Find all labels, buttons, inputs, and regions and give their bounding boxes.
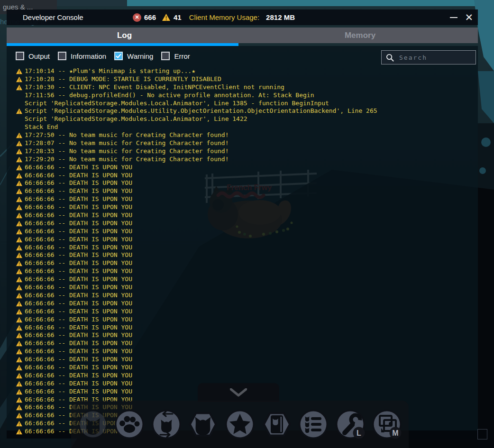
log-text: 17:28:07 -- No team music for Creating C… [25,139,229,146]
log-entry[interactable]: 66:66:66 -- DEATH IS UPON YOU [7,283,478,292]
status-badges: ✕ 666 41 Client Memory Usage: 2812 MB [133,9,295,25]
log-entry[interactable]: 66:66:66 -- DEATH IS UPON YOU [7,259,478,267]
warning-icon [16,381,23,387]
log-entry[interactable]: 17:11:56 -- debug.profileEnd() - No acti… [7,91,478,100]
paw-button[interactable] [114,409,145,439]
console-titlebar[interactable]: Developer Console ✕ 666 41 Client Memory… [7,9,478,25]
window-minimize-button[interactable] [449,13,458,22]
search-box[interactable] [381,50,476,64]
log-entry[interactable]: 17:10:28 -- DEBUG MODE: STARTLE IS CURRE… [7,75,478,83]
search-icon [386,54,394,62]
window-close-button[interactable]: ✕ [465,13,473,22]
warning-icon [16,389,23,395]
windows-button[interactable]: M [372,409,402,439]
checkbox-output[interactable] [16,52,24,60]
log-entry[interactable]: 66:66:66 -- DEATH IS UPON YOU [7,251,478,259]
log-entry[interactable]: 66:66:66 -- DEATH IS UPON YOU [7,364,478,372]
warning-icon [16,332,23,338]
filter-label: Error [174,52,190,60]
log-entry[interactable]: 66:66:66 -- DEATH IS UPON YOU [7,324,478,332]
window-title: Developer Console [23,13,83,21]
log-text: 66:66:66 -- DEATH IS UPON YOU [25,388,132,395]
log-entry[interactable]: 66:66:66 -- DEATH IS UPON YOU [7,316,478,324]
log-entry[interactable]: 66:66:66 -- DEATH IS UPON YOU [7,292,478,300]
log-text: 66:66:66 -- DEATH IS UPON YOU [25,316,132,323]
log-text: Script 'ReplicatedStorage.Modules.Utilit… [25,107,377,114]
log-entry[interactable]: 66:66:66 -- DEATH IS UPON YOU [7,172,478,180]
log-text: 66:66:66 -- DEATH IS UPON YOU [25,244,132,251]
log-text: 66:66:66 -- DEATH IS UPON YOU [25,228,132,235]
filter-output[interactable]: Output [16,52,50,60]
log-entry[interactable]: 66:66:66 -- DEATH IS UPON YOU [7,195,478,203]
log-text: 66:66:66 -- DEATH IS UPON YOU [25,251,132,258]
journal-button[interactable] [262,409,292,439]
filter-warning[interactable]: Warning [114,52,153,60]
search-input[interactable] [398,54,471,62]
warning-icon [16,140,23,146]
log-text: 66:66:66 -- DEATH IS UPON YOU [25,236,132,243]
log-entry[interactable]: 66:66:66 -- DEATH IS UPON YOU [7,372,478,380]
warning-icon [16,357,23,363]
warning-icon [16,412,23,419]
log-entry[interactable]: 17:10:14 -- ★Plum's Minimap is starting … [7,67,478,75]
checkbox-warning[interactable] [114,52,123,60]
tasks-button[interactable] [298,409,329,439]
log-entry[interactable]: 17:28:33 -- No team music for Creating C… [7,147,478,155]
log-entry[interactable]: 66:66:66 -- DEATH IS UPON YOU [7,219,478,228]
log-entry[interactable]: 17:27:50 -- No team music for Creating C… [7,131,478,139]
filter-information[interactable]: Information [58,52,106,60]
hotbar-collapse-button[interactable] [198,383,279,402]
resize-grip[interactable] [477,429,487,439]
log-entry[interactable]: Script 'ReplicatedStorage.Modules.Utilit… [7,107,478,115]
log-entry[interactable]: 66:66:66 -- DEATH IS UPON YOU [7,308,478,316]
log-text: 66:66:66 -- DEATH IS UPON YOU [25,308,132,315]
character-switch-button[interactable] [151,409,182,439]
log-text: 66:66:66 -- DEATH IS UPON YOU [25,380,132,387]
tab-log[interactable]: Log [7,27,242,43]
filter-label: Warning [127,52,153,60]
filter-error[interactable]: Error [161,52,190,60]
log-entry[interactable]: 66:66:66 -- DEATH IS UPON YOU [7,164,478,172]
log-entry[interactable]: 66:66:66 -- DEATH IS UPON YOU [7,300,478,308]
favorites-button[interactable] [225,409,255,439]
log-entry[interactable]: 17:10:30 -- CLIENT: NPC Event Disabled, … [7,83,478,91]
log-entry[interactable]: 66:66:66 -- DEATH IS UPON YOU [7,356,478,364]
log-entry[interactable]: 66:66:66 -- DEATH IS UPON YOU [7,339,478,347]
log-entry[interactable]: 66:66:66 -- DEATH IS UPON YOU [7,244,478,252]
warning-icon [16,429,23,435]
checkbox-error[interactable] [161,52,170,60]
log-entry[interactable]: 66:66:66 -- DEATH IS UPON YOU [7,331,478,339]
log-entry[interactable]: 66:66:66 -- DEATH IS UPON YOU [7,228,478,236]
log-entry[interactable]: Script 'ReplicatedStorage.Modules.Local.… [7,100,478,108]
log-text: Script 'ReplicatedStorage.Modules.Local.… [25,100,329,107]
log-entry[interactable]: 66:66:66 -- DEATH IS UPON YOU [7,187,478,195]
log-text: 66:66:66 -- DEATH IS UPON YOU [25,259,132,266]
log-entry[interactable]: 17:28:07 -- No team music for Creating C… [7,139,478,147]
log-entry[interactable]: 66:66:66 -- DEATH IS UPON YOU [7,275,478,283]
log-text: 66:66:66 -- DEATH IS UPON YOU [25,187,132,194]
warning-icon [16,237,23,243]
cat-profile-button[interactable] [188,409,218,439]
svg-text:M: M [393,429,399,437]
settings-button[interactable]: L [335,409,366,439]
checkbox-information[interactable] [58,52,66,60]
warning-icon [16,108,23,114]
log-entry[interactable]: 66:66:66 -- DEATH IS UPON YOU [7,179,478,187]
log-entry[interactable]: 66:66:66 -- DEATH IS UPON YOU [7,203,478,211]
log-text: 66:66:66 -- DEATH IS UPON YOU [25,372,132,379]
log-entry[interactable]: 66:66:66 -- DEATH IS UPON YOU [7,211,478,219]
log-entry[interactable]: 66:66:66 -- DEATH IS UPON YOU [7,236,478,244]
warning-icon [16,220,23,227]
log-entry[interactable]: 17:29:20 -- No team music for Creating C… [7,155,478,164]
warning-icon [16,245,23,251]
log-entry[interactable]: Script 'ReplicatedStorage.Modules.Local.… [7,115,478,123]
log-list[interactable]: 17:10:14 -- ★Plum's Minimap is starting … [7,66,478,436]
pets-button[interactable] [78,409,108,439]
warning-icon [16,148,23,155]
log-entry[interactable]: 66:66:66 -- DEATH IS UPON YOU [7,347,478,356]
log-entry[interactable]: Stack End [7,123,478,131]
tab-memory[interactable]: Memory [242,27,478,43]
log-entry[interactable]: 66:66:66 -- DEATH IS UPON YOU [7,267,478,275]
warning-icon [16,309,23,315]
warning-icon [16,204,23,210]
